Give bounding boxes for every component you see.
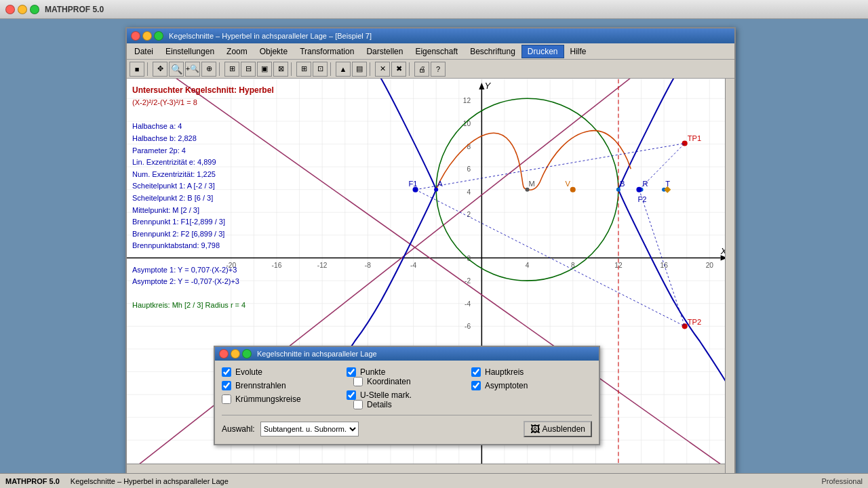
- cb-ustelle-input[interactable]: [347, 390, 356, 400]
- cb-koordinaten-input[interactable]: [353, 377, 363, 386]
- svg-text:V: V: [566, 180, 571, 188]
- dialog-close-btn[interactable]: [219, 349, 229, 359]
- menu-objekte[interactable]: Objekte: [254, 45, 294, 58]
- cb-evolute-label: Evolute: [235, 367, 262, 377]
- menu-eigenschaft[interactable]: Eigenschaft: [409, 45, 464, 58]
- svg-point-73: [413, 187, 418, 192]
- toolbar-frame-btn[interactable]: ▣: [257, 62, 272, 77]
- cb-asymptoten-label: Asymptoten: [485, 381, 528, 390]
- svg-text:4: 4: [467, 188, 471, 196]
- cb-kruemmungskreise[interactable]: Krümmungskreise: [222, 394, 342, 404]
- menu-darstellen[interactable]: Darstellen: [360, 45, 409, 58]
- menu-zoom[interactable]: Zoom: [220, 45, 254, 58]
- ausblenden-label: Ausblenden: [542, 424, 585, 434]
- cb-hauptkreis-label: Hauptkreis: [485, 367, 524, 377]
- cb-brennstrahlen-label: Brennstrahlen: [235, 381, 286, 390]
- min-btn[interactable]: [18, 5, 27, 14]
- scrollbar-vertical[interactable]: [725, 79, 734, 473]
- cb-asymptoten-input[interactable]: [471, 381, 481, 390]
- bottom-doc-title: Kegelschnitte – Hyperbel in achsparallel…: [71, 477, 822, 485]
- dialog-max-btn[interactable]: [242, 349, 252, 359]
- cb-details-input[interactable]: [353, 400, 363, 409]
- cb-koordinaten[interactable]: Koordinaten: [353, 377, 467, 386]
- scrollbar-horizontal[interactable]: [127, 464, 725, 473]
- auswahl-select[interactable]: Subtangent. u. Subnorm. Tangente u. Norm…: [260, 422, 359, 436]
- toolbar-help-btn[interactable]: ?: [431, 62, 446, 77]
- toolbar-sep-2: [219, 62, 222, 76]
- cb-details[interactable]: Details: [353, 400, 467, 409]
- menu-drucken[interactable]: Drucken: [521, 45, 564, 58]
- main-max-btn[interactable]: [154, 31, 163, 41]
- toolbar-grid-btn[interactable]: ⊞: [224, 62, 239, 77]
- main-min-btn[interactable]: [142, 31, 152, 41]
- svg-text:12: 12: [463, 97, 471, 104]
- main-close-btn[interactable]: [131, 31, 140, 41]
- toolbar-sep-3: [291, 62, 294, 76]
- menu-einstellungen[interactable]: Einstellungen: [159, 45, 220, 58]
- main-window-titlebar: Kegelschnitte – Hyperbel in achsparallel…: [127, 28, 734, 43]
- ausblenden-btn[interactable]: 🖼 Ausblenden: [524, 421, 592, 437]
- dialog-window: Kegelschnitte in achsparalleler Lage Evo…: [214, 346, 600, 445]
- cb-punkte-input[interactable]: [347, 367, 356, 377]
- cb-punkte-label: Punkte: [360, 367, 385, 377]
- main-window-title: Kegelschnitte – Hyperbel in achsparallel…: [169, 32, 372, 40]
- toolbar-expand-btn[interactable]: ⊠: [273, 62, 288, 77]
- toolbar-zoom-in-btn[interactable]: +🔍: [185, 62, 200, 77]
- toolbar-print-btn[interactable]: 🖨: [414, 62, 429, 77]
- svg-text:TP2: TP2: [688, 318, 702, 326]
- svg-point-81: [570, 187, 576, 192]
- cb-evolute-input[interactable]: [222, 367, 231, 377]
- toolbar-zoom-out-btn[interactable]: 🔍: [169, 62, 184, 77]
- bottom-edition: Professional: [821, 477, 863, 485]
- close-btn[interactable]: [5, 5, 15, 14]
- toolbar-sep-6: [409, 62, 412, 76]
- toolbar-move-btn[interactable]: ✥: [153, 62, 167, 77]
- cb-details-label: Details: [367, 400, 392, 409]
- cb-kruemmungskreise-input[interactable]: [222, 394, 231, 404]
- cb-asymptoten[interactable]: Asymptoten: [471, 381, 592, 390]
- svg-text:B: B: [620, 180, 625, 188]
- toolbar-sep-5: [370, 62, 372, 76]
- cb-punkte[interactable]: Punkte: [347, 367, 467, 377]
- bottom-app-name: MATHPROF 5.0: [5, 477, 60, 485]
- menu-beschriftung[interactable]: Beschriftung: [464, 45, 521, 58]
- svg-point-77: [525, 188, 529, 192]
- toolbar-table2-btn[interactable]: ⊡: [313, 62, 328, 77]
- toolbar-zoom-reset-btn[interactable]: ⊕: [201, 62, 216, 77]
- svg-text:T: T: [665, 180, 670, 188]
- dialog-grid: Evolute Brennstrahlen Krümmungskreise Pu…: [222, 367, 592, 409]
- toolbar-table-btn[interactable]: ⊞: [296, 62, 311, 77]
- svg-text:-4: -4: [465, 300, 471, 308]
- cb-evolute[interactable]: Evolute: [222, 367, 342, 377]
- svg-text:-12: -12: [317, 262, 328, 269]
- dialog-col-3: Hauptkreis Asymptoten: [471, 367, 592, 409]
- cb-ustelle[interactable]: U-Stelle mark.: [347, 390, 467, 400]
- menu-bar: Datei Einstellungen Zoom Objekte Transfo…: [127, 43, 734, 60]
- toolbar: ■ ✥ 🔍 +🔍 ⊕ ⊞ ⊟ ▣ ⊠ ⊞ ⊡ ▲ ▤ ✕ ✖ 🖨 ?: [127, 60, 734, 79]
- dialog-col-2: Punkte Koordinaten U-Stelle mark. Detail…: [347, 367, 467, 409]
- cb-hauptkreis[interactable]: Hauptkreis: [471, 367, 592, 377]
- toolbar-up-btn[interactable]: ▲: [336, 62, 351, 77]
- dialog-min-btn[interactable]: [231, 349, 240, 359]
- cb-kruemmungskreise-label: Krümmungskreise: [235, 394, 301, 404]
- toolbar-fit-btn[interactable]: ⊟: [241, 62, 256, 77]
- dialog-title: Kegelschnitte in achsparalleler Lage: [257, 350, 377, 358]
- toolbar-layout-btn[interactable]: ▤: [352, 62, 367, 77]
- toolbar-x-btn[interactable]: ✖: [391, 62, 406, 77]
- toolbar-square-btn[interactable]: ■: [130, 62, 144, 77]
- svg-text:-6: -6: [465, 323, 471, 330]
- app-title: MATHPROF 5.0: [45, 5, 104, 14]
- toolbar-close-btn[interactable]: ✕: [375, 62, 390, 77]
- menu-datei[interactable]: Datei: [128, 45, 159, 58]
- max-btn[interactable]: [30, 5, 39, 14]
- cb-hauptkreis-input[interactable]: [471, 367, 481, 377]
- dialog-col-1: Evolute Brennstrahlen Krümmungskreise: [222, 367, 342, 409]
- menu-transformation[interactable]: Transformation: [294, 45, 360, 58]
- app-titlebar: MATHPROF 5.0: [0, 0, 868, 19]
- cb-brennstrahlen[interactable]: Brennstrahlen: [222, 381, 342, 390]
- cb-ustelle-label: U-Stelle mark.: [360, 390, 412, 400]
- menu-hilfe[interactable]: Hilfe: [564, 45, 593, 58]
- svg-text:M: M: [529, 180, 535, 188]
- svg-text:F1: F1: [408, 180, 417, 188]
- cb-brennstrahlen-input[interactable]: [222, 381, 231, 390]
